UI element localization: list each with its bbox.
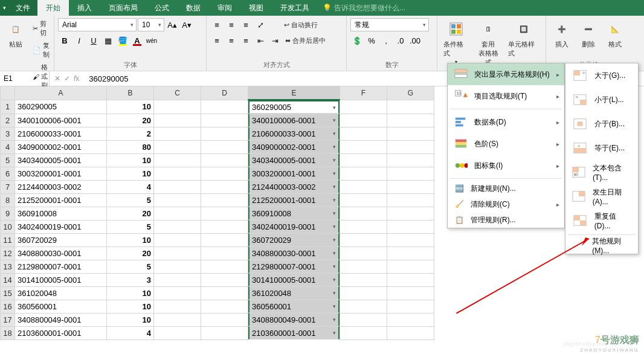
row-header[interactable]: 3 <box>1 127 15 140</box>
cell[interactable]: 3 <box>107 273 154 286</box>
col-header-E[interactable]: E <box>248 86 340 100</box>
merge-button[interactable]: ⬌合并后居中 <box>283 35 328 47</box>
cell[interactable] <box>387 286 434 300</box>
tab-formulas[interactable]: 公式 <box>146 0 178 16</box>
row-header[interactable]: 7 <box>1 180 15 193</box>
menu-date[interactable]: 发生日期(A)... <box>565 184 638 208</box>
cell[interactable] <box>154 233 201 246</box>
cell[interactable]: 20 <box>107 207 154 220</box>
cell[interactable]: 10 <box>107 233 154 246</box>
cell[interactable]: 5 <box>107 260 154 273</box>
menu-new-rule[interactable]: 🆕新建规则(N)... <box>448 181 564 196</box>
cell[interactable]: 2125200001-0001 <box>15 193 107 207</box>
cell[interactable]: 5 <box>107 220 154 233</box>
cell[interactable] <box>154 326 201 340</box>
cell[interactable] <box>387 260 434 273</box>
menu-less-than[interactable]: <小于(L)... <box>565 88 638 112</box>
menu-databars[interactable]: 数据条(D)▸ <box>448 111 564 133</box>
font-color-button[interactable]: A <box>130 34 144 47</box>
number-format-select[interactable]: 常规 <box>350 18 429 31</box>
row-header[interactable]: 5 <box>1 153 15 167</box>
cell[interactable]: 2124400003-0002 <box>15 180 107 193</box>
qat-save-icon[interactable]: ▾ <box>0 0 8 16</box>
cell[interactable] <box>201 220 248 233</box>
align-top-button[interactable]: ≡ <box>210 18 224 31</box>
indent-inc-button[interactable]: ⇥ <box>268 34 282 47</box>
cell[interactable]: 3409000002-0001 <box>15 140 107 153</box>
row-header[interactable]: 1 <box>1 100 15 114</box>
cell[interactable] <box>387 220 434 233</box>
cut-button[interactable]: ✂剪切 <box>30 18 52 39</box>
tab-dev[interactable]: 开发工具 <box>272 0 318 16</box>
cell[interactable] <box>340 313 387 326</box>
select-all-corner[interactable] <box>1 86 15 100</box>
cell[interactable]: 2106000033-0001 <box>248 127 340 140</box>
menu-highlight-rules[interactable]: 突出显示单元格规则(H) ▸ <box>448 63 564 85</box>
cell[interactable]: 20 <box>107 114 154 127</box>
align-center-button[interactable]: ≡ <box>225 34 238 47</box>
row-header[interactable]: 15 <box>1 286 15 300</box>
insert-cells-button[interactable]: ➕插入 <box>550 18 574 50</box>
cell[interactable]: 3400100006-0001 <box>15 114 107 127</box>
col-header-A[interactable]: A <box>15 86 107 100</box>
underline-button[interactable]: U <box>87 34 100 47</box>
row-header[interactable]: 2 <box>1 114 15 127</box>
cell[interactable]: 360910008 <box>15 207 107 220</box>
cell[interactable] <box>387 193 434 207</box>
cell[interactable]: 3409000002-0001 <box>248 140 340 153</box>
cell[interactable] <box>154 286 201 300</box>
cell[interactable] <box>201 100 248 114</box>
cell[interactable] <box>340 180 387 193</box>
cell[interactable] <box>340 286 387 300</box>
wrap-button[interactable]: ↩自动换行 <box>282 19 320 31</box>
cell[interactable]: 3408800049-0001 <box>15 313 107 326</box>
cell[interactable]: 2129800007-0001 <box>15 260 107 273</box>
format-table-button[interactable]: 🗓 套用 表格格式 <box>474 18 504 68</box>
percent-button[interactable]: % <box>365 34 378 47</box>
cell[interactable]: 360290005 <box>15 100 107 114</box>
col-header-G[interactable]: G <box>387 86 434 100</box>
cell[interactable] <box>340 300 387 313</box>
cell[interactable]: 3402400019-0001 <box>15 220 107 233</box>
cell[interactable] <box>154 100 201 114</box>
currency-button[interactable]: 💲 <box>350 34 364 47</box>
menu-equal[interactable]: =等于(E)... <box>565 136 638 160</box>
row-header[interactable]: 6 <box>1 167 15 180</box>
cell[interactable] <box>340 127 387 140</box>
cell[interactable]: 3408800030-0001 <box>248 246 340 260</box>
menu-manage-rules[interactable]: 📋管理规则(R)... <box>448 212 564 228</box>
cell[interactable] <box>340 193 387 207</box>
cell[interactable] <box>154 193 201 207</box>
row-header[interactable]: 10 <box>1 220 15 233</box>
menu-text-contains[interactable]: ab文本包含(T)... <box>565 160 638 184</box>
bold-button[interactable]: B <box>58 34 71 47</box>
increase-decimal-button[interactable]: .0 <box>394 34 407 47</box>
phonetic-button[interactable]: wén <box>145 34 158 47</box>
cell[interactable] <box>201 167 248 180</box>
cell[interactable]: 10 <box>107 153 154 167</box>
cell[interactable] <box>154 180 201 193</box>
col-header-F[interactable]: F <box>340 86 387 100</box>
cell[interactable] <box>154 167 201 180</box>
tab-view[interactable]: 视图 <box>240 0 272 16</box>
cell[interactable]: 2106000033-0001 <box>15 127 107 140</box>
cell[interactable]: 360720029 <box>248 233 340 246</box>
cell[interactable] <box>387 246 434 260</box>
row-header[interactable]: 9 <box>1 207 15 220</box>
copy-button[interactable]: 📄复制 <box>30 40 52 60</box>
cell[interactable] <box>340 233 387 246</box>
cell[interactable]: 2103600001-0001 <box>248 326 340 340</box>
cell[interactable]: 360560001 <box>248 300 340 313</box>
cell[interactable] <box>340 167 387 180</box>
row-header[interactable]: 8 <box>1 193 15 207</box>
row-header[interactable]: 13 <box>1 260 15 273</box>
col-header-C[interactable]: C <box>154 86 201 100</box>
cell[interactable]: 3408800049-0001 <box>248 313 340 326</box>
menu-other-rules[interactable]: 其他规则(M)... <box>565 237 638 254</box>
cell[interactable] <box>154 127 201 140</box>
cell[interactable] <box>340 140 387 153</box>
cell[interactable]: 4 <box>107 180 154 193</box>
align-right-button[interactable]: ≡ <box>239 34 253 47</box>
cell[interactable] <box>387 326 434 340</box>
cell[interactable] <box>201 153 248 167</box>
